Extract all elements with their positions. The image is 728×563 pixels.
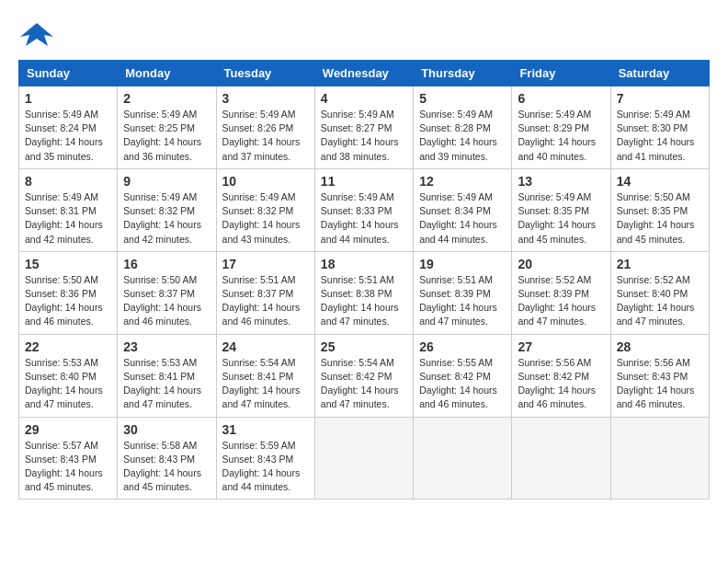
calendar-cell: 16 Sunrise: 5:50 AMSunset: 8:37 PMDaylig… [118,251,216,334]
day-number: 10 [222,174,309,189]
day-number: 12 [419,174,506,189]
day-info: Sunrise: 5:49 AMSunset: 8:33 PMDaylight:… [321,191,399,245]
calendar-cell: 23 Sunrise: 5:53 AMSunset: 8:41 PMDaylig… [118,334,216,417]
day-info: Sunrise: 5:50 AMSunset: 8:37 PMDaylight:… [123,274,201,327]
day-info: Sunrise: 5:49 AMSunset: 8:30 PMDaylight:… [617,109,695,162]
day-info: Sunrise: 5:52 AMSunset: 8:40 PMDaylight:… [617,274,695,327]
day-info: Sunrise: 5:49 AMSunset: 8:32 PMDaylight:… [123,191,201,245]
day-number: 16 [123,257,210,271]
day-info: Sunrise: 5:54 AMSunset: 8:41 PMDaylight:… [222,357,301,410]
weekday-header-tuesday: Tuesday [216,61,314,86]
weekday-header-sunday: Sunday [19,61,118,86]
calendar-cell: 24 Sunrise: 5:54 AMSunset: 8:41 PMDaylig… [216,334,314,417]
day-number: 8 [25,174,111,189]
day-number: 19 [419,257,506,271]
day-info: Sunrise: 5:49 AMSunset: 8:31 PMDaylight:… [25,191,103,245]
calendar-cell: 1 Sunrise: 5:49 AMSunset: 8:24 PMDayligh… [19,86,118,169]
calendar-cell: 29 Sunrise: 5:57 AMSunset: 8:43 PMDaylig… [19,417,118,500]
day-info: Sunrise: 5:49 AMSunset: 8:29 PMDaylight:… [518,109,596,162]
calendar-cell: 6 Sunrise: 5:49 AMSunset: 8:29 PMDayligh… [512,86,610,169]
svg-marker-0 [20,23,53,46]
calendar-cell: 30 Sunrise: 5:58 AMSunset: 8:43 PMDaylig… [118,417,216,500]
day-number: 27 [518,339,604,354]
day-number: 25 [321,339,407,354]
day-info: Sunrise: 5:52 AMSunset: 8:39 PMDaylight:… [518,274,596,327]
calendar-cell: 27 Sunrise: 5:56 AMSunset: 8:42 PMDaylig… [512,334,610,417]
day-info: Sunrise: 5:49 AMSunset: 8:32 PMDaylight:… [222,191,301,245]
calendar-cell [314,417,413,500]
calendar-cell: 8 Sunrise: 5:49 AMSunset: 8:31 PMDayligh… [19,168,118,251]
calendar-cell [414,417,512,500]
calendar-week-5: 29 Sunrise: 5:57 AMSunset: 8:43 PMDaylig… [19,417,710,500]
calendar-cell: 18 Sunrise: 5:51 AMSunset: 8:38 PMDaylig… [314,251,413,334]
weekday-header-monday: Monday [118,61,216,86]
calendar-cell: 9 Sunrise: 5:49 AMSunset: 8:32 PMDayligh… [118,168,216,251]
weekday-header-saturday: Saturday [610,61,709,86]
day-info: Sunrise: 5:51 AMSunset: 8:39 PMDaylight:… [419,274,497,327]
day-info: Sunrise: 5:56 AMSunset: 8:43 PMDaylight:… [617,357,695,410]
calendar-cell [610,417,709,500]
day-info: Sunrise: 5:49 AMSunset: 8:34 PMDaylight:… [419,191,497,245]
weekday-header-row: SundayMondayTuesdayWednesdayThursdayFrid… [19,61,710,86]
logo [18,18,57,51]
day-info: Sunrise: 5:50 AMSunset: 8:35 PMDaylight:… [617,191,695,245]
calendar-cell: 7 Sunrise: 5:49 AMSunset: 8:30 PMDayligh… [610,86,709,169]
day-number: 5 [419,91,506,106]
calendar-cell: 20 Sunrise: 5:52 AMSunset: 8:39 PMDaylig… [512,251,610,334]
calendar-cell: 12 Sunrise: 5:49 AMSunset: 8:34 PMDaylig… [414,168,512,251]
day-number: 9 [123,174,210,189]
day-number: 29 [25,422,111,437]
calendar-cell: 28 Sunrise: 5:56 AMSunset: 8:43 PMDaylig… [610,334,709,417]
day-info: Sunrise: 5:50 AMSunset: 8:36 PMDaylight:… [25,274,103,327]
day-number: 15 [25,257,111,271]
calendar-cell: 3 Sunrise: 5:49 AMSunset: 8:26 PMDayligh… [216,86,314,169]
calendar-week-4: 22 Sunrise: 5:53 AMSunset: 8:40 PMDaylig… [19,334,710,417]
day-number: 31 [222,422,309,437]
day-number: 30 [123,422,210,437]
calendar-cell: 14 Sunrise: 5:50 AMSunset: 8:35 PMDaylig… [610,168,709,251]
day-number: 17 [222,257,309,271]
day-info: Sunrise: 5:49 AMSunset: 8:28 PMDaylight:… [419,109,497,162]
day-info: Sunrise: 5:49 AMSunset: 8:35 PMDaylight:… [518,191,596,245]
day-number: 14 [617,174,703,189]
day-info: Sunrise: 5:53 AMSunset: 8:41 PMDaylight:… [123,357,201,410]
day-info: Sunrise: 5:57 AMSunset: 8:43 PMDaylight:… [25,440,103,493]
day-info: Sunrise: 5:54 AMSunset: 8:42 PMDaylight:… [321,357,399,410]
calendar-table: SundayMondayTuesdayWednesdayThursdayFrid… [18,60,710,500]
day-info: Sunrise: 5:49 AMSunset: 8:24 PMDaylight:… [25,109,103,162]
calendar-cell: 10 Sunrise: 5:49 AMSunset: 8:32 PMDaylig… [216,168,314,251]
weekday-header-friday: Friday [512,61,610,86]
day-number: 7 [617,91,703,106]
day-number: 26 [419,339,506,354]
calendar-week-2: 8 Sunrise: 5:49 AMSunset: 8:31 PMDayligh… [19,168,710,251]
day-info: Sunrise: 5:49 AMSunset: 8:27 PMDaylight:… [321,109,399,162]
calendar-cell: 17 Sunrise: 5:51 AMSunset: 8:37 PMDaylig… [216,251,314,334]
day-number: 1 [25,91,111,106]
weekday-header-thursday: Thursday [414,61,512,86]
calendar-cell: 11 Sunrise: 5:49 AMSunset: 8:33 PMDaylig… [314,168,413,251]
day-info: Sunrise: 5:55 AMSunset: 8:42 PMDaylight:… [419,357,497,410]
day-info: Sunrise: 5:58 AMSunset: 8:43 PMDaylight:… [123,440,201,493]
calendar-cell [512,417,610,500]
calendar-cell: 21 Sunrise: 5:52 AMSunset: 8:40 PMDaylig… [610,251,709,334]
calendar-cell: 15 Sunrise: 5:50 AMSunset: 8:36 PMDaylig… [19,251,118,334]
calendar-week-1: 1 Sunrise: 5:49 AMSunset: 8:24 PMDayligh… [19,86,710,169]
calendar-cell: 2 Sunrise: 5:49 AMSunset: 8:25 PMDayligh… [118,86,216,169]
day-info: Sunrise: 5:59 AMSunset: 8:43 PMDaylight:… [222,440,301,493]
day-number: 22 [25,339,111,354]
calendar-cell: 5 Sunrise: 5:49 AMSunset: 8:28 PMDayligh… [414,86,512,169]
day-number: 3 [222,91,309,106]
calendar-week-3: 15 Sunrise: 5:50 AMSunset: 8:36 PMDaylig… [19,251,710,334]
calendar-cell: 22 Sunrise: 5:53 AMSunset: 8:40 PMDaylig… [19,334,118,417]
calendar-cell: 25 Sunrise: 5:54 AMSunset: 8:42 PMDaylig… [314,334,413,417]
weekday-header-wednesday: Wednesday [314,61,413,86]
calendar-cell: 19 Sunrise: 5:51 AMSunset: 8:39 PMDaylig… [414,251,512,334]
day-number: 18 [321,257,407,271]
day-number: 20 [518,257,604,271]
day-number: 6 [518,91,604,106]
page-header [18,18,710,51]
day-number: 4 [321,91,407,106]
day-info: Sunrise: 5:51 AMSunset: 8:38 PMDaylight:… [321,274,399,327]
calendar-cell: 13 Sunrise: 5:49 AMSunset: 8:35 PMDaylig… [512,168,610,251]
day-number: 24 [222,339,309,354]
